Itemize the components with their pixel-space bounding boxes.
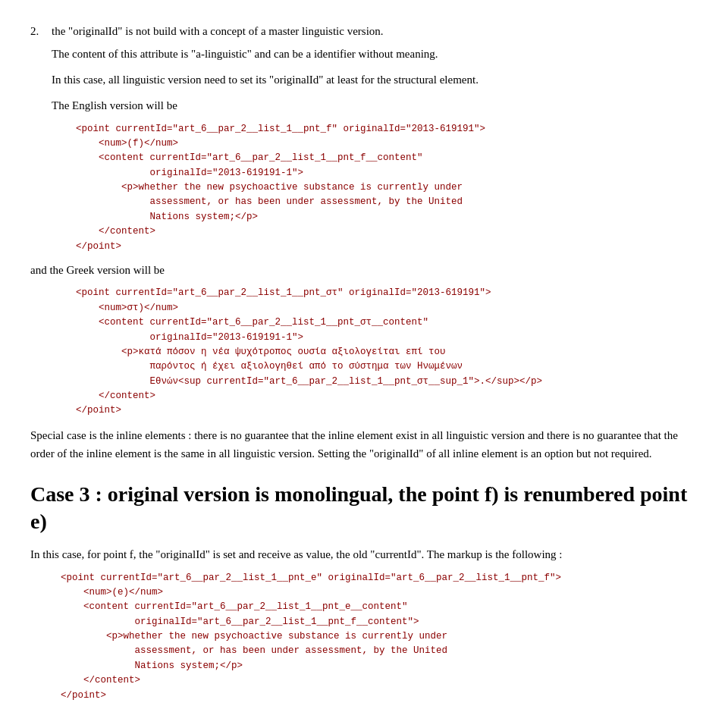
item-2-para1: The content of this attribute is "a-ling… [52, 45, 698, 63]
case3-heading-text: Case 3 : original version is monolingual… [30, 482, 687, 533]
greek-label-text: and the Greek version will be [30, 264, 165, 276]
greek-code-block: <point currentId="art_6__par_2__list_1__… [76, 286, 698, 418]
special-case-text: Special case is the inline elements : th… [30, 429, 678, 460]
item-2: 2. the "originalId" is not build with a … [30, 23, 698, 463]
case3-intro-text: In this case, for point f, the "original… [30, 548, 563, 560]
item-2-line3: In this case, all linguistic version nee… [52, 74, 479, 86]
item-2-line2: The content of this attribute is "a-ling… [52, 48, 438, 60]
item-2-text: the "originalId" is not build with a con… [52, 23, 384, 40]
item-2-para2: In this case, all linguistic version nee… [52, 71, 698, 89]
greek-label: and the Greek version will be [30, 262, 698, 279]
case3-code-block: <point currentId="art_6__par_2__list_1__… [61, 571, 698, 703]
case3-intro-paragraph: In this case, for point f, the "original… [30, 545, 698, 563]
case3-heading: Case 3 : original version is monolingual… [30, 481, 698, 536]
item-2-line4: The English version will be [52, 99, 177, 111]
special-case-paragraph: Special case is the inline elements : th… [30, 426, 698, 463]
item-2-para3: The English version will be [52, 96, 698, 115]
page-content: 2. the "originalId" is not build with a … [30, 23, 698, 703]
item-2-line1: the "originalId" is not build with a con… [52, 25, 384, 37]
item-number: 2. [30, 23, 46, 40]
english-code-block: <point currentId="art_6__par_2__list_1__… [76, 122, 698, 254]
